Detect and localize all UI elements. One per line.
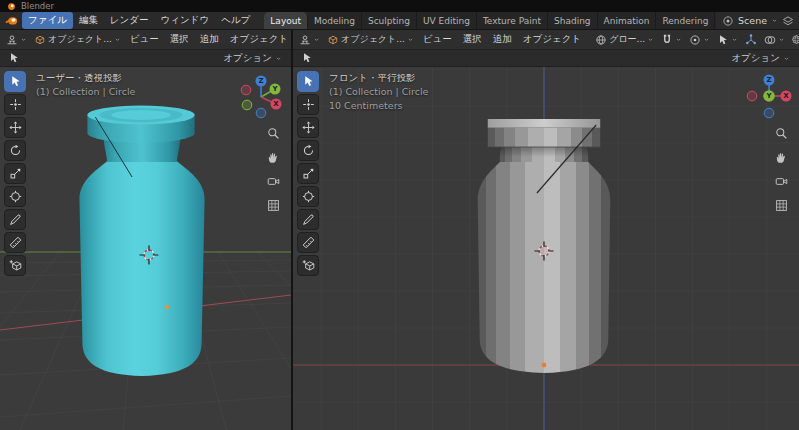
chevron-down-icon[interactable] bbox=[771, 17, 778, 24]
camera-view-toggle[interactable] bbox=[773, 173, 790, 190]
chevron-down-icon bbox=[778, 36, 785, 43]
menu-select[interactable]: 選択 bbox=[458, 31, 487, 48]
active-tool-icon bbox=[5, 50, 23, 66]
scene-selector-area: Scene bbox=[716, 15, 794, 27]
transform-orientation-dropdown[interactable]: グロー... bbox=[592, 31, 657, 48]
menu-window[interactable]: ウィンドウ bbox=[155, 12, 216, 29]
scene-selector[interactable]: Scene bbox=[738, 15, 767, 26]
viewport-3d-left[interactable]: ユーザー・透視投影 (1) Collection | Circle bbox=[0, 67, 291, 430]
viewport-left: オブジェクト... ビュー 選択 追加 オブジェクト グロー... オプション bbox=[0, 30, 293, 430]
tool-move[interactable] bbox=[297, 117, 319, 138]
tab-shading[interactable]: Shading bbox=[548, 12, 598, 29]
mode-dropdown[interactable]: オブジェクト... bbox=[31, 31, 124, 48]
zoom-control[interactable] bbox=[265, 125, 282, 142]
menu-add[interactable]: 追加 bbox=[195, 31, 224, 48]
gizmo-toggle[interactable] bbox=[742, 32, 760, 48]
object-bottle-cyan[interactable] bbox=[79, 106, 204, 377]
tool-measure[interactable] bbox=[4, 232, 26, 253]
zoom-control[interactable] bbox=[773, 125, 790, 142]
menu-add[interactable]: 追加 bbox=[488, 31, 517, 48]
active-tool-icon bbox=[298, 50, 316, 66]
tool-scale[interactable] bbox=[297, 163, 319, 184]
object-origin bbox=[165, 305, 169, 309]
tool-select[interactable] bbox=[297, 71, 319, 92]
magnet-icon bbox=[661, 34, 673, 46]
chevron-down-icon bbox=[731, 36, 738, 43]
tab-layout[interactable]: Layout bbox=[264, 12, 308, 29]
blender-logo-icon bbox=[7, 2, 16, 11]
tool-cursor[interactable] bbox=[297, 94, 319, 115]
menu-select[interactable]: 選択 bbox=[165, 31, 194, 48]
tool-add-primitive[interactable] bbox=[4, 255, 26, 276]
menu-help[interactable]: ヘルプ bbox=[215, 12, 256, 29]
window-titlebar: Blender bbox=[0, 0, 799, 12]
chevron-down-icon bbox=[703, 36, 710, 43]
menu-render[interactable]: レンダー bbox=[104, 12, 155, 29]
scene-canvas[interactable] bbox=[293, 67, 799, 430]
chevron-down-icon bbox=[647, 36, 654, 43]
menu-view[interactable]: ビュー bbox=[125, 31, 164, 48]
proportional-edit-toggle[interactable] bbox=[686, 32, 713, 48]
orientation-gizmo[interactable]: Z Y X bbox=[235, 70, 287, 122]
menu-object[interactable]: オブジェクト bbox=[225, 31, 291, 48]
menu-object[interactable]: オブジェクト bbox=[518, 31, 586, 48]
options-dropdown[interactable]: オプション bbox=[219, 51, 286, 66]
menu-view[interactable]: ビュー bbox=[418, 31, 457, 48]
globe-icon bbox=[595, 34, 607, 46]
tool-settings-bar: オプション bbox=[0, 50, 291, 67]
tab-modeling[interactable]: Modeling bbox=[308, 12, 362, 29]
view-layer-icon[interactable] bbox=[782, 15, 794, 27]
tab-sculpting[interactable]: Sculpting bbox=[362, 12, 417, 29]
pan-control[interactable] bbox=[773, 149, 790, 166]
ortho-toggle[interactable] bbox=[773, 197, 790, 214]
tool-measure[interactable] bbox=[297, 232, 319, 253]
tool-scale[interactable] bbox=[4, 163, 26, 184]
viewport-header: オブジェクト... ビュー 選択 追加 オブジェクト グロー... bbox=[293, 30, 799, 50]
tool-select[interactable] bbox=[4, 71, 26, 92]
tool-rotate[interactable] bbox=[297, 140, 319, 161]
tool-rotate[interactable] bbox=[4, 140, 26, 161]
editor-type-button[interactable] bbox=[3, 32, 30, 48]
tool-annotate[interactable] bbox=[297, 209, 319, 230]
overlays-toggle[interactable] bbox=[761, 32, 788, 48]
tool-transform[interactable] bbox=[4, 186, 26, 207]
tool-annotate[interactable] bbox=[4, 209, 26, 230]
chevron-down-icon bbox=[114, 36, 121, 43]
svg-text:X: X bbox=[273, 100, 279, 108]
tab-texture-paint[interactable]: Texture Paint bbox=[477, 12, 548, 29]
svg-text:X: X bbox=[783, 92, 789, 100]
chevron-down-icon bbox=[783, 55, 790, 62]
options-dropdown[interactable]: オプション bbox=[727, 51, 794, 66]
workspace: オブジェクト... ビュー 選択 追加 オブジェクト グロー... オプション bbox=[0, 30, 799, 430]
viewport-3d-right[interactable]: フロント・平行投影 (1) Collection | Circle 10 Cen… bbox=[293, 67, 799, 430]
workspace-tabs: Layout Modeling Sculpting UV Editing Tex… bbox=[264, 12, 716, 29]
tool-add-primitive[interactable] bbox=[297, 255, 319, 276]
tab-uv-editing[interactable]: UV Editing bbox=[417, 12, 477, 29]
pan-control[interactable] bbox=[265, 149, 282, 166]
menu-file[interactable]: ファイル bbox=[22, 12, 73, 29]
viewport-nav-controls bbox=[773, 125, 790, 214]
selectability-dropdown[interactable] bbox=[714, 32, 741, 48]
menu-edit[interactable]: 編集 bbox=[73, 12, 104, 29]
editor-type-button[interactable] bbox=[296, 32, 323, 48]
orientation-gizmo[interactable]: Z X Y bbox=[743, 70, 795, 122]
proportional-icon bbox=[689, 34, 701, 46]
snap-toggle[interactable] bbox=[658, 32, 685, 48]
ortho-toggle[interactable] bbox=[265, 197, 282, 214]
camera-view-toggle[interactable] bbox=[265, 173, 282, 190]
tab-animation[interactable]: Animation bbox=[598, 12, 657, 29]
scene-icon bbox=[722, 15, 734, 27]
mode-dropdown[interactable]: オブジェクト... bbox=[324, 31, 417, 48]
tool-cursor[interactable] bbox=[4, 94, 26, 115]
shading-wireframe-button[interactable] bbox=[789, 32, 799, 47]
cursor-icon bbox=[717, 34, 729, 46]
viewport-header: オブジェクト... ビュー 選択 追加 オブジェクト グロー... bbox=[0, 30, 291, 50]
topbar: ファイル 編集 レンダー ウィンドウ ヘルプ Layout Modeling S… bbox=[0, 12, 799, 30]
overlay-icon bbox=[764, 34, 776, 46]
tool-transform[interactable] bbox=[297, 186, 319, 207]
blender-logo-icon[interactable] bbox=[5, 14, 18, 27]
tool-move[interactable] bbox=[4, 117, 26, 138]
tab-rendering[interactable]: Rendering bbox=[656, 12, 715, 29]
chevron-down-icon bbox=[675, 36, 682, 43]
svg-text:Z: Z bbox=[258, 77, 263, 85]
